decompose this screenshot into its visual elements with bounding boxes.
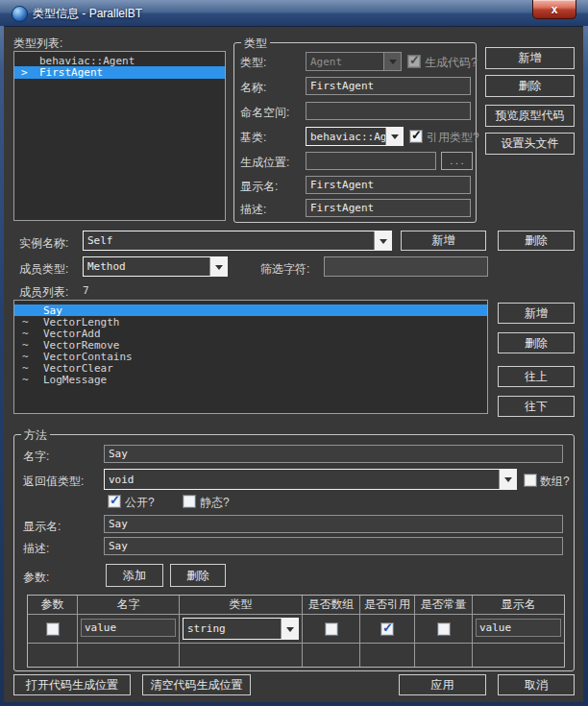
is-ref-checkbox[interactable]	[380, 622, 394, 636]
base-class-combobox[interactable]: behaviac::Age	[306, 127, 404, 146]
empty-cell	[180, 644, 303, 667]
close-button[interactable]: x	[532, 0, 576, 19]
cancel-button[interactable]: 取消	[498, 674, 575, 695]
title-bar[interactable]: 类型信息 - ParallelBT	[0, 0, 588, 26]
member-listbox: Say ~ VectorLength ~ VectorAdd ~ VectorR…	[13, 300, 488, 414]
member-item-selected[interactable]: Say	[14, 304, 487, 316]
table-row: string	[180, 615, 303, 644]
type-add-button[interactable]: 新增	[485, 47, 575, 69]
method-group-title: 方法	[21, 427, 50, 444]
chevron-down-icon[interactable]	[374, 231, 391, 250]
param-display-field[interactable]: value	[476, 619, 561, 637]
browse-button[interactable]: . . .	[441, 152, 473, 170]
is-const-checkbox[interactable]	[437, 622, 451, 636]
member-item[interactable]: ~ VectorContains	[14, 351, 487, 362]
col-header: 是否引用	[360, 596, 415, 615]
type-list-label: 类型列表:	[13, 36, 62, 52]
col-header: 是否常量	[415, 596, 473, 615]
member-item[interactable]: ~ VectorLength	[14, 316, 487, 328]
instance-combobox[interactable]: Self	[83, 231, 392, 251]
type-delete-button[interactable]: 删除	[485, 75, 575, 97]
close-icon: x	[551, 3, 558, 16]
method-name-field[interactable]: Say	[104, 445, 563, 463]
method-display-field[interactable]: Say	[104, 515, 563, 533]
member-move-down-button[interactable]: 往下	[498, 396, 575, 417]
is-array-checkbox[interactable]	[325, 622, 338, 636]
filter-input[interactable]	[324, 256, 488, 277]
name-field[interactable]: FirstAgent	[306, 77, 471, 95]
table-row	[303, 615, 360, 644]
col-header: 是否数组	[303, 596, 360, 615]
member-type-combobox[interactable]: Method	[83, 256, 228, 277]
member-item[interactable]: ~ VectorRemove	[14, 339, 487, 351]
set-header-button[interactable]: 设置头文件	[485, 133, 575, 155]
instance-add-button[interactable]: 新增	[401, 231, 486, 251]
member-type-label: 成员类型:	[19, 261, 68, 278]
table-row	[360, 615, 415, 644]
empty-cell	[303, 644, 360, 667]
namespace-field[interactable]	[306, 102, 471, 120]
chevron-down-icon[interactable]	[385, 128, 403, 145]
empty-cell	[415, 644, 473, 667]
member-item[interactable]: ~ VectorAdd	[14, 328, 487, 339]
empty-cell	[473, 644, 564, 667]
member-move-up-button[interactable]: 往上	[498, 366, 575, 387]
member-delete-button[interactable]: 删除	[498, 332, 575, 353]
ref-type-label: 引用类型?	[427, 130, 479, 146]
clear-codegen-location-button[interactable]: 清空代码生成位置	[142, 674, 251, 695]
param-name-field[interactable]: value	[81, 619, 176, 637]
description-field[interactable]: FirstAgent	[306, 199, 471, 217]
type-list-item-selected[interactable]: > FirstAgent	[14, 66, 225, 79]
gen-code-label: 生成代码?	[425, 55, 478, 71]
param-table: 参数 名字 类型 是否数组 是否引用 是否常量 显示名 value string	[27, 595, 565, 668]
array-checkbox[interactable]	[524, 474, 537, 487]
param-type-combobox[interactable]: string	[183, 618, 299, 640]
ref-type-checkbox[interactable]	[409, 130, 423, 143]
chevron-down-icon[interactable]	[499, 470, 516, 489]
method-display-label: 显示名:	[23, 519, 61, 535]
type-list-item[interactable]: behaviac::Agent	[14, 55, 225, 66]
chevron-down-icon[interactable]	[209, 257, 227, 276]
param-add-button[interactable]: 添加	[106, 564, 163, 587]
member-add-button[interactable]: 新增	[498, 303, 575, 324]
member-item[interactable]: ~ VectorClear	[14, 362, 487, 374]
return-type-combobox[interactable]: void	[104, 469, 517, 490]
param-delete-button[interactable]: 删除	[170, 564, 226, 587]
return-type-label: 返回值类型:	[23, 474, 84, 490]
method-name-label: 名字:	[23, 449, 49, 465]
chevron-down-icon[interactable]	[383, 53, 401, 70]
table-row: value	[473, 615, 564, 644]
method-desc-field[interactable]: Say	[104, 537, 563, 555]
preview-code-button[interactable]: 预览原型代码	[485, 105, 575, 127]
apply-button[interactable]: 应用	[399, 674, 486, 695]
description-label: 描述:	[240, 202, 266, 218]
static-checkbox[interactable]	[183, 495, 196, 508]
namespace-label: 命名空间:	[240, 105, 289, 121]
array-label: 数组?	[540, 474, 570, 490]
type-combobox[interactable]: Agent	[306, 52, 402, 71]
open-codegen-location-button[interactable]: 打开代码生成位置	[13, 674, 131, 695]
instance-name-label: 实例名称:	[19, 235, 68, 252]
app-icon	[12, 6, 28, 22]
public-label: 公开?	[125, 495, 155, 511]
dialog-window: 类型信息 - ParallelBT x 类型列表: behaviac::Agen…	[0, 0, 588, 706]
member-item[interactable]: ~ LogMessage	[14, 374, 487, 385]
col-header: 名字	[78, 596, 180, 615]
member-count: 7	[83, 284, 89, 297]
display-name-field[interactable]: FirstAgent	[306, 176, 471, 194]
static-label: 静态?	[200, 495, 230, 511]
param-select-checkbox[interactable]	[46, 622, 60, 636]
empty-cell	[28, 644, 78, 667]
public-checkbox[interactable]	[108, 495, 121, 508]
member-list-label: 成员列表:	[19, 284, 68, 301]
col-header: 显示名	[473, 596, 564, 615]
name-label: 名称:	[240, 80, 266, 96]
params-label: 参数:	[23, 570, 49, 586]
type-listbox: behaviac::Agent > FirstAgent	[13, 51, 226, 221]
gen-location-field[interactable]	[306, 152, 436, 170]
gen-code-checkbox[interactable]	[407, 55, 421, 68]
instance-delete-button[interactable]: 删除	[498, 231, 575, 251]
selected-arrow-icon: >	[21, 66, 28, 79]
chevron-down-icon[interactable]	[281, 619, 298, 639]
table-row	[415, 615, 473, 644]
